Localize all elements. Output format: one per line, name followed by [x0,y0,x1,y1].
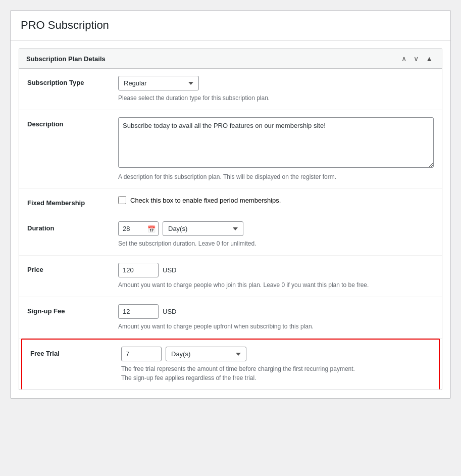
signup-fee-input-row: USD [118,304,434,319]
duration-description: Set the subscription duration. Leave 0 f… [118,239,434,248]
price-currency: USD [163,266,176,274]
section-header: Subscription Plan Details ∧ ∨ ▲ [19,49,442,69]
signup-fee-currency: USD [163,308,176,315]
free-trial-field: Day(s) Week(s) Month(s) Year(s) The free… [121,347,431,383]
price-label: Price [27,263,118,273]
duration-row: Duration 📅 Day(s) Week(s) Month(s) Year(… [19,214,442,256]
subscription-type-select[interactable]: Regular Sequential Drip-feed [118,76,199,90]
free-trial-label: Free Trial [30,347,121,357]
fixed-membership-label: Fixed Membership [27,196,118,207]
description-label: Description [27,117,118,128]
duration-label: Duration [27,221,118,232]
fixed-membership-checkbox[interactable] [118,196,126,204]
price-input-row: USD [118,263,434,277]
free-trial-description-line2: The sign-up fee applies regardless of th… [121,374,256,382]
fixed-membership-row: Fixed Membership Check this box to enabl… [19,189,442,214]
page-title: PRO Subscription [21,19,440,32]
duration-inputs: 📅 Day(s) Week(s) Month(s) Year(s) [118,221,434,236]
free-trial-input[interactable] [121,347,162,361]
signup-fee-label: Sign-up Fee [27,304,118,315]
description-field: Subscribe today to avail all the PRO fea… [118,117,434,181]
move-up-button[interactable]: ∧ [399,54,408,63]
price-description: Amount you want to charge people who joi… [118,280,434,290]
duration-unit-select[interactable]: Day(s) Week(s) Month(s) Year(s) [163,221,243,236]
subscription-type-field: Regular Sequential Drip-feed Please sele… [118,76,434,103]
subscription-type-description: Please select the duration type for this… [118,93,434,103]
signup-fee-field: USD Amount you want to charge people upf… [118,304,434,331]
collapse-button[interactable]: ▲ [424,54,435,63]
form-table: Subscription Type Regular Sequential Dri… [19,69,442,390]
description-row: Description Subscribe today to avail all… [19,110,442,189]
page-title-bar: PRO Subscription [11,11,450,40]
section-header-title: Subscription Plan Details [26,55,106,63]
duration-field: 📅 Day(s) Week(s) Month(s) Year(s) Set th… [118,221,434,248]
fixed-membership-checkbox-row: Check this box to enable fixed period me… [118,196,434,204]
page-wrapper: PRO Subscription Subscription Plan Detai… [10,10,451,399]
description-textarea[interactable]: Subscribe today to avail all the PRO fea… [118,117,434,168]
free-trial-description-line1: The free trial represents the amount of … [121,365,355,372]
duration-input[interactable] [118,221,159,236]
subscription-type-label: Subscription Type [27,76,118,86]
signup-fee-input[interactable] [118,304,159,319]
section-header-controls: ∧ ∨ ▲ [399,54,435,63]
subscription-plan-section: Subscription Plan Details ∧ ∨ ▲ Subscrip… [19,49,442,390]
description-help: A description for this subscription plan… [118,172,434,181]
free-trial-inputs: Day(s) Week(s) Month(s) Year(s) [121,347,431,361]
subscription-type-row: Subscription Type Regular Sequential Dri… [19,69,442,110]
fixed-membership-field: Check this box to enable fixed period me… [118,196,434,204]
free-trial-description: The free trial represents the amount of … [121,364,431,383]
fixed-membership-checkbox-label: Check this box to enable fixed period me… [130,197,281,204]
price-input[interactable] [118,263,159,277]
price-row: Price USD Amount you want to charge peop… [19,256,442,297]
signup-fee-row: Sign-up Fee USD Amount you want to charg… [19,297,442,339]
duration-input-wrapper: 📅 [118,221,159,236]
free-trial-unit-select[interactable]: Day(s) Week(s) Month(s) Year(s) [166,347,246,361]
signup-fee-description: Amount you want to charge people upfront… [118,322,434,331]
free-trial-row: Free Trial Day(s) Week(s) Month(s) Year(… [21,339,440,390]
price-field: USD Amount you want to charge people who… [118,263,434,290]
move-down-button[interactable]: ∨ [412,54,421,63]
